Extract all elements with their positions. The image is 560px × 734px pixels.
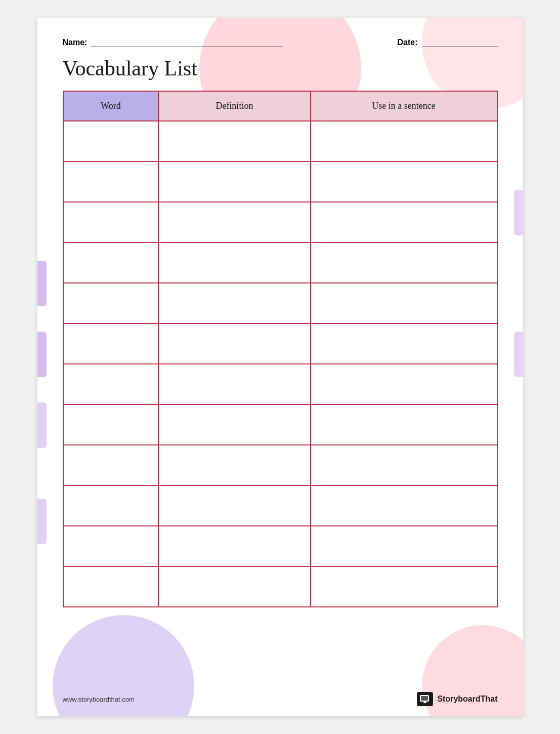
name-field: Name: bbox=[63, 38, 284, 47]
word-cell[interactable] bbox=[63, 364, 159, 404]
date-input-line[interactable] bbox=[422, 38, 498, 47]
word-cell[interactable] bbox=[63, 242, 159, 283]
date-label: Date: bbox=[397, 38, 417, 47]
footer-url: www.storyboardthat.com bbox=[63, 696, 135, 703]
sentence-cell[interactable] bbox=[311, 566, 497, 607]
deco-tab-left-1 bbox=[37, 261, 47, 306]
sentence-cell[interactable] bbox=[311, 404, 497, 445]
table-row bbox=[63, 364, 497, 404]
definition-cell[interactable] bbox=[158, 485, 310, 526]
definition-cell[interactable] bbox=[158, 445, 310, 485]
sentence-cell[interactable] bbox=[311, 202, 497, 242]
sentence-cell[interactable] bbox=[311, 445, 497, 485]
deco-tab-left-4 bbox=[37, 499, 47, 544]
word-cell[interactable] bbox=[63, 323, 159, 364]
table-row bbox=[63, 242, 497, 283]
definition-cell[interactable] bbox=[158, 202, 310, 242]
sentence-cell[interactable] bbox=[311, 121, 497, 161]
brand-name: StoryboardThat bbox=[437, 695, 497, 704]
definition-cell[interactable] bbox=[158, 404, 310, 445]
word-cell[interactable] bbox=[63, 283, 159, 323]
date-field: Date: bbox=[397, 38, 497, 47]
deco-tab-left-3 bbox=[37, 402, 47, 448]
deco-tab-right-1 bbox=[514, 190, 523, 235]
word-cell[interactable] bbox=[63, 445, 159, 485]
table-row bbox=[63, 161, 497, 202]
definition-cell[interactable] bbox=[158, 242, 310, 283]
word-cell[interactable] bbox=[63, 566, 159, 607]
table-row bbox=[63, 283, 497, 323]
table-row bbox=[63, 404, 497, 445]
sentence-cell[interactable] bbox=[311, 283, 497, 323]
table-row bbox=[63, 323, 497, 364]
definition-cell[interactable] bbox=[158, 323, 310, 364]
definition-cell[interactable] bbox=[158, 283, 310, 323]
name-label: Name: bbox=[63, 38, 88, 47]
svg-rect-1 bbox=[421, 696, 428, 701]
word-cell[interactable] bbox=[63, 485, 159, 526]
word-cell[interactable] bbox=[63, 202, 159, 242]
table-row bbox=[63, 445, 497, 485]
definition-cell[interactable] bbox=[158, 526, 310, 566]
deco-tab-left-2 bbox=[37, 332, 47, 377]
storyboardthat-icon bbox=[417, 692, 433, 706]
sentence-cell[interactable] bbox=[311, 242, 497, 283]
name-date-row: Name: Date: bbox=[63, 38, 498, 47]
table-row bbox=[63, 526, 497, 566]
content: Name: Date: Vocabulary List Word Definit… bbox=[63, 38, 498, 607]
sentence-cell[interactable] bbox=[311, 485, 497, 526]
vocabulary-table: Word Definition Use in a sentence bbox=[63, 91, 498, 607]
definition-cell[interactable] bbox=[158, 364, 310, 404]
word-cell[interactable] bbox=[63, 526, 159, 566]
word-cell[interactable] bbox=[63, 404, 159, 445]
definition-cell[interactable] bbox=[158, 566, 310, 607]
name-input-line[interactable] bbox=[91, 38, 283, 47]
footer: www.storyboardthat.com StoryboardThat bbox=[63, 692, 498, 706]
definition-cell[interactable] bbox=[158, 121, 310, 161]
page: Name: Date: Vocabulary List Word Definit… bbox=[37, 18, 523, 716]
column-header-sentence: Use in a sentence bbox=[311, 91, 497, 121]
column-header-word: Word bbox=[63, 91, 159, 121]
column-header-definition: Definition bbox=[158, 91, 310, 121]
table-row bbox=[63, 485, 497, 526]
word-cell[interactable] bbox=[63, 121, 159, 161]
sentence-cell[interactable] bbox=[311, 161, 497, 202]
word-cell[interactable] bbox=[63, 161, 159, 202]
sentence-cell[interactable] bbox=[311, 323, 497, 364]
sentence-cell[interactable] bbox=[311, 364, 497, 404]
footer-brand: StoryboardThat bbox=[417, 692, 497, 706]
sentence-cell[interactable] bbox=[311, 526, 497, 566]
page-title: Vocabulary List bbox=[63, 56, 498, 80]
deco-tab-right-2 bbox=[514, 332, 523, 377]
table-row bbox=[63, 202, 497, 242]
table-row bbox=[63, 121, 497, 161]
table-row bbox=[63, 566, 497, 607]
table-header-row: Word Definition Use in a sentence bbox=[63, 91, 497, 121]
definition-cell[interactable] bbox=[158, 161, 310, 202]
